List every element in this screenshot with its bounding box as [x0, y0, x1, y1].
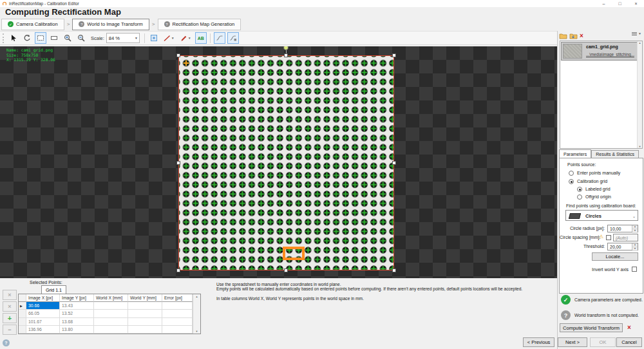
- selection-handle-top-center[interactable]: [284, 53, 288, 57]
- table-cell[interactable]: 13.52: [60, 310, 94, 317]
- selection-handle-bottom-center[interactable]: [284, 269, 288, 272]
- table-cell[interactable]: [94, 318, 128, 326]
- table-cell[interactable]: 136.96: [26, 326, 60, 334]
- grid-tab[interactable]: Grid 1.1: [41, 285, 66, 294]
- radio-label[interactable]: Labeled grid: [585, 187, 611, 191]
- region-select-tool-button[interactable]: [35, 32, 46, 44]
- column-header[interactable]: World Y [mm]: [128, 294, 162, 302]
- tab-parameters[interactable]: Parameters: [559, 149, 591, 158]
- minimize-button[interactable]: –: [596, 0, 612, 7]
- table-cell[interactable]: [162, 310, 193, 317]
- tab-rectification-map-generation[interactable]: ? Rectification Map Generation: [158, 19, 242, 30]
- profile-curve-button[interactable]: [214, 32, 225, 44]
- zoom-out-button[interactable]: [75, 32, 87, 44]
- image-file-list[interactable]: cam1_grid.png ...\media\image_stitching.…: [560, 41, 643, 149]
- spinner[interactable]: ▲▼: [632, 225, 638, 232]
- file-list-scrollbar[interactable]: ▲ ▼: [637, 41, 642, 148]
- table-cell[interactable]: 13.43: [60, 302, 94, 310]
- radio-label[interactable]: Offgrid origin: [585, 194, 611, 199]
- table-cell[interactable]: [162, 318, 193, 326]
- selection-handle-bottom-left[interactable]: [176, 269, 180, 272]
- image-viewer[interactable]: Name: cam1_grid.png Size: 750x750 X: 131…: [0, 46, 557, 278]
- locate-button[interactable]: Locate...: [592, 252, 638, 261]
- calibration-grid-image[interactable]: [178, 55, 394, 270]
- line-tool-button[interactable]: ▼: [162, 32, 176, 44]
- radio-offgrid-origin[interactable]: [577, 194, 582, 200]
- selection-handle-bottom-right[interactable]: [392, 269, 396, 272]
- circle-radius-input[interactable]: 10,00 ▲▼: [607, 225, 638, 232]
- toolbar-grip[interactable]: [3, 33, 5, 43]
- edit-curve-button[interactable]: [227, 32, 239, 44]
- remove-image-button[interactable]: ×: [580, 33, 583, 39]
- open-folder-icon[interactable]: [559, 32, 567, 39]
- table-cell[interactable]: [128, 310, 162, 317]
- scroll-down-icon[interactable]: ▼: [639, 145, 641, 148]
- column-header[interactable]: Image Y [px]: [60, 294, 94, 302]
- selection-handle-top-left[interactable]: [176, 53, 180, 57]
- column-header[interactable]: World X [mm]: [94, 294, 128, 302]
- cancel-button[interactable]: Cancel: [616, 337, 642, 347]
- close-button[interactable]: ×: [628, 0, 644, 7]
- selection-handle-mid-left[interactable]: [176, 161, 180, 165]
- circle-spacing-checkbox[interactable]: [606, 235, 611, 240]
- add-folder-icon[interactable]: [569, 32, 578, 39]
- file-path-link[interactable]: ...\media\image_stitching...: [586, 52, 634, 57]
- labels-toggle-button[interactable]: AB: [195, 32, 207, 44]
- view-mode-button[interactable]: ▼: [632, 32, 641, 35]
- add-point-button[interactable]: +: [3, 313, 17, 323]
- compute-world-transform-button[interactable]: Compute World Transform: [560, 323, 623, 332]
- tab-camera-calibration[interactable]: ✓ Camera Calibration: [1, 19, 64, 30]
- scale-combo[interactable]: 84 % ▼: [106, 33, 140, 43]
- table-cell[interactable]: [94, 310, 128, 317]
- table-cell[interactable]: 66.05: [26, 310, 60, 317]
- rotation-handle[interactable]: [283, 46, 289, 50]
- rotate-tool-button[interactable]: [21, 32, 33, 44]
- radio-enter-points-manually[interactable]: [569, 171, 574, 176]
- scroll-up-icon[interactable]: ▲: [196, 295, 198, 298]
- table-cell[interactable]: 13.68: [60, 318, 94, 326]
- invert-world-y-checkbox[interactable]: [632, 267, 637, 272]
- radio-label[interactable]: Calibration grid: [577, 179, 607, 184]
- spin-down-icon[interactable]: ▼: [632, 247, 638, 251]
- remove-point-button[interactable]: −: [3, 325, 17, 335]
- table-cell[interactable]: [94, 326, 128, 334]
- next-button[interactable]: Next >: [558, 337, 587, 347]
- fit-image-button[interactable]: [148, 32, 160, 44]
- table-cell[interactable]: [162, 302, 193, 310]
- table-cell[interactable]: [162, 326, 193, 334]
- zoom-in-button[interactable]: [62, 32, 73, 44]
- help-icon[interactable]: ?: [3, 339, 10, 346]
- table-cell[interactable]: [128, 326, 162, 334]
- tab-world-to-image-transform[interactable]: ? World to Image Transform: [72, 19, 149, 30]
- circle-spacing-input[interactable]: (Auto): [613, 234, 638, 241]
- spin-down-icon[interactable]: ▼: [632, 229, 638, 233]
- table-scrollbar[interactable]: ▲ ▼: [193, 294, 200, 334]
- radio-label[interactable]: Enter points manually: [577, 171, 620, 175]
- table-cell[interactable]: 101.67: [26, 318, 60, 326]
- selection-handle-mid-right[interactable]: [392, 161, 396, 165]
- ok-button[interactable]: OK: [590, 337, 616, 347]
- selected-points-table[interactable]: Image X [px] Image Y [px] World X [mm] W…: [18, 294, 201, 334]
- delete-all-points-button[interactable]: ×: [3, 301, 17, 312]
- radio-calibration-grid[interactable]: [569, 179, 574, 184]
- file-list-item-selected[interactable]: cam1_grid.png ...\media\image_stitching.…: [561, 42, 638, 61]
- measure-tool-button[interactable]: ▼: [178, 32, 193, 44]
- table-cell[interactable]: [94, 302, 128, 310]
- spinner[interactable]: ▲▼: [632, 243, 638, 250]
- selection-handle-top-right[interactable]: [392, 53, 396, 57]
- invert-world-y-label[interactable]: Invert world Y axis: [560, 267, 629, 272]
- cursor-tool-button[interactable]: [8, 32, 19, 44]
- table-cell-selected[interactable]: 30.66: [26, 302, 60, 310]
- scroll-down-icon[interactable]: ▼: [196, 330, 198, 333]
- scroll-up-icon[interactable]: ▲: [639, 41, 641, 44]
- table-cell[interactable]: [128, 302, 162, 310]
- rectangle-tool-button[interactable]: [48, 32, 60, 44]
- maximize-button[interactable]: □: [612, 0, 628, 7]
- table-cell[interactable]: [128, 318, 162, 326]
- table-cell[interactable]: 13.80: [60, 326, 94, 334]
- previous-button[interactable]: < Previous: [523, 337, 554, 347]
- column-header[interactable]: Error [px]: [162, 294, 193, 302]
- column-header[interactable]: Image X [px]: [26, 294, 60, 302]
- threshold-input[interactable]: 20,00 ▲▼: [607, 243, 638, 250]
- radio-labeled-grid[interactable]: [577, 187, 582, 192]
